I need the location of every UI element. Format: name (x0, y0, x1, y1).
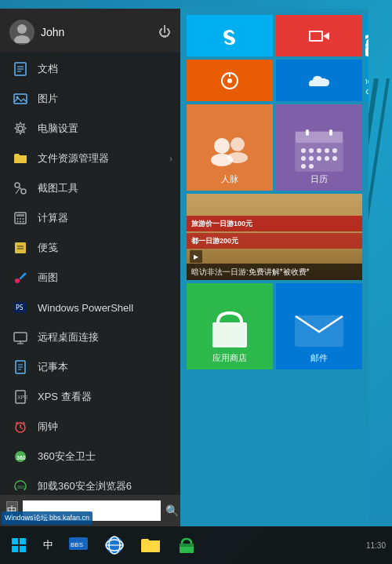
avatar[interactable] (9, 20, 34, 45)
sidebar-item-label: 图片 (38, 92, 58, 106)
sidebar-item-snipping[interactable]: 截图工具 (0, 173, 180, 203)
nav-items: 文档 图片 电脑设置 (0, 53, 180, 490)
sidebar-item-notepad[interactable]: 记事本 (0, 352, 180, 382)
svg-rect-9 (14, 94, 27, 104)
taskbar-store[interactable] (169, 528, 204, 562)
tile-mail[interactable]: 邮件 (276, 283, 362, 369)
svg-point-3 (17, 24, 27, 34)
svg-point-11 (18, 126, 23, 131)
svg-text:360: 360 (16, 455, 26, 460)
xps-icon: XPS (11, 388, 30, 406)
taskbar-ime[interactable]: 中 (36, 528, 60, 562)
sidebar-item-stickynotes[interactable]: 便笺 (0, 233, 180, 263)
svg-rect-58 (310, 32, 321, 40)
sidebar-item-label: 电脑设置 (38, 122, 78, 136)
sidebar-item-powershell[interactable]: PS Windows PowerShell (0, 293, 180, 322)
svg-point-70 (301, 148, 306, 153)
taskbar-file-explorer[interactable] (133, 528, 168, 562)
taskbar-ie[interactable] (97, 528, 132, 562)
sidebar-item-360[interactable]: 360 360安全卫士 (0, 442, 180, 471)
sidebar-item-settings[interactable]: 电脑设置 (0, 114, 180, 144)
tile-calendar-label: 日历 (310, 174, 328, 184)
forum-watermark: Windows论坛 bbs.kafan.cn (2, 511, 93, 525)
taskbar-forum[interactable]: BBS (61, 528, 96, 562)
tile-onedrive[interactable] (276, 60, 362, 101)
tile-groove[interactable] (187, 60, 273, 101)
tile-news[interactable]: 旅游价一日游100元 都一日游200元 ▶ 暗访非法一日游:免费讲解*被收费* (187, 194, 362, 280)
svg-point-20 (23, 218, 24, 220)
svg-point-23 (23, 221, 24, 223)
alarm-icon (11, 417, 30, 436)
svg-point-54 (227, 78, 232, 83)
sidebar-item-documents[interactable]: 文档 (0, 54, 180, 84)
sidebar-item-pictures[interactable]: 图片 (0, 84, 180, 114)
tile-mail-label: 邮件 (310, 353, 328, 363)
tile-windows-feedback[interactable]: Windows Feedback (365, 15, 368, 101)
svg-point-66 (230, 137, 245, 151)
svg-point-81 (309, 164, 314, 169)
360browser-icon: 360 (11, 477, 30, 490)
stickynotes-icon (11, 238, 30, 257)
tile-feedback-label: Windows Feedback (365, 76, 368, 96)
tile-contacts[interactable]: 人脉 (187, 104, 273, 191)
svg-point-74 (332, 148, 337, 153)
svg-text:360: 360 (17, 485, 26, 489)
sidebar-item-label: 文件资源管理器 (38, 151, 109, 166)
sidebar-item-label: 360安全卫士 (38, 449, 96, 464)
sidebar-item-360browser[interactable]: 360 卸载360安全浏览器6 (0, 471, 180, 490)
sidebar-item-label: 便笺 (38, 241, 58, 255)
start-button[interactable] (3, 529, 34, 561)
svg-marker-57 (323, 32, 329, 40)
svg-point-80 (301, 164, 306, 169)
svg-line-41 (20, 428, 23, 429)
tile-store-label: 应用商店 (212, 353, 247, 363)
svg-point-13 (21, 189, 26, 194)
svg-point-12 (15, 183, 20, 187)
tile-calendar[interactable]: 日历 (276, 104, 362, 191)
pictures-icon (11, 89, 30, 108)
svg-text:BBS: BBS (71, 541, 83, 548)
sidebar-item-xps[interactable]: XPS XPS 查看器 (0, 382, 180, 412)
sidebar-item-alarm[interactable]: 闹钟 (0, 412, 180, 442)
paint-icon (11, 268, 30, 287)
svg-text:XPS: XPS (17, 395, 27, 400)
ie-icon (103, 534, 125, 556)
svg-point-27 (15, 278, 20, 283)
power-button[interactable]: ⏻ (158, 25, 171, 39)
sidebar-item-filemanager[interactable]: 文件资源管理器 › (0, 144, 180, 173)
svg-point-4 (14, 35, 30, 43)
sidebar-item-label: 卸载360安全浏览器6 (38, 479, 132, 490)
search-icon[interactable]: 🔍 (165, 504, 179, 517)
svg-point-77 (317, 156, 321, 161)
svg-rect-24 (15, 242, 26, 253)
store-icon (176, 534, 198, 556)
arrow-icon: › (169, 154, 172, 163)
tile-video[interactable] (276, 15, 362, 56)
notepad-icon (11, 358, 30, 377)
user-info: John (9, 20, 64, 45)
documents-icon (11, 60, 30, 78)
svg-point-67 (227, 152, 248, 163)
calculator-icon (11, 209, 30, 227)
svg-rect-89 (20, 546, 26, 552)
desktop: John ⏻ 文档 图片 (0, 0, 392, 564)
settings-icon (11, 119, 30, 138)
svg-rect-82 (306, 129, 309, 136)
tiles-panel: Windows Feedback 人脉 (180, 9, 368, 526)
svg-point-63 (365, 47, 368, 56)
svg-point-78 (325, 156, 329, 161)
file-explorer-icon (140, 534, 162, 556)
tray-time: 11:30 (366, 541, 386, 550)
svg-rect-83 (329, 129, 332, 136)
svg-rect-97 (180, 544, 194, 547)
svg-line-15 (16, 188, 20, 194)
sidebar-item-calculator[interactable]: 计算器 (0, 203, 180, 233)
sidebar-item-paint[interactable]: 画图 (0, 263, 180, 293)
tile-skype[interactable] (187, 15, 273, 56)
svg-rect-86 (12, 538, 18, 544)
tile-store[interactable]: 应用商店 (187, 283, 273, 369)
user-name: John (41, 26, 64, 38)
sidebar-item-rdp[interactable]: 远程桌面连接 (0, 322, 180, 352)
svg-rect-69 (296, 132, 343, 143)
sidebar-item-label: 文档 (38, 62, 58, 76)
